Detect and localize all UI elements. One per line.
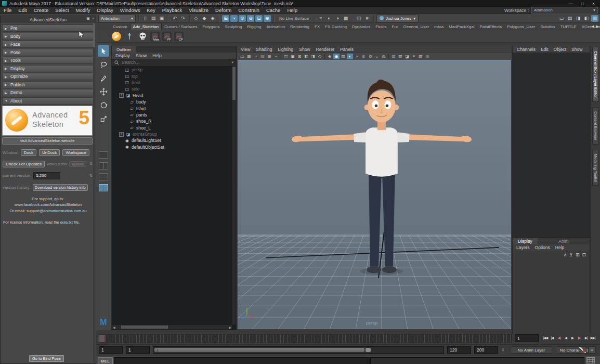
select-object-icon[interactable]: ◆ [201,15,208,22]
outliner-horizontal-scrollbar[interactable]: ◀ ▶ [112,325,232,329]
use-all-lights-icon[interactable]: ◐ [347,54,353,59]
spinner-icon[interactable]: ⇅ [89,162,93,166]
camera-attributes-icon[interactable]: ▦ [246,54,252,59]
shelf-tab-dynamics[interactable]: Dynamics [349,23,373,30]
current-version-field[interactable]: 5.200 [33,172,60,179]
advancedskeleton-scrollbar[interactable] [93,23,95,362]
time-slider[interactable] [98,334,512,343]
gate-mask-icon[interactable]: ⊠ [296,54,303,59]
scroll-right-icon[interactable]: ▶ [228,326,232,329]
menu-help[interactable]: Help [287,7,297,13]
outliner-item-shoe-l[interactable]: ▱shoe_L [112,125,232,131]
shelf-tab-sculpting[interactable]: Sculpting [222,23,244,30]
side-tab-content-browser[interactable]: Content Browser [592,107,599,145]
menu-modify[interactable]: Modify [76,7,90,13]
redo-icon[interactable]: ↷ [179,15,187,22]
outliner-item-extrasgroup[interactable]: +◪extrasGroup [112,131,232,137]
new-scene-icon[interactable]: ▯ [141,15,149,22]
gamma-icon[interactable]: ▧ [418,54,424,59]
anim-layer-dropdown[interactable]: No Anim Layer [511,346,552,354]
layer-from-selected-icon[interactable]: ⊟ [582,252,586,257]
shelf-tab-rendering[interactable]: Rendering [288,23,312,30]
as-section-display[interactable]: ▶Display [2,65,94,72]
range-spinner[interactable]: ▲▼ [501,346,505,354]
bind-pose-cross-shelf-icon[interactable]: † [124,31,135,42]
as-section-optimize[interactable]: ▶Optimize [2,73,94,80]
outliner-menu-show[interactable]: Show [136,53,147,58]
spinner-icon[interactable]: ⇅ [89,174,93,178]
four-pane-layout-button[interactable] [99,184,108,191]
range-slider-bar[interactable]: 1 [154,348,364,352]
command-language-button[interactable]: MEL [98,357,113,364]
go-to-end-button[interactable]: ▶▶| [590,334,596,342]
grease-pencil-icon[interactable]: ~ [273,54,279,59]
outliner-tab[interactable]: Outliner [112,46,136,53]
cp-tool-shelf-icon[interactable]: CP [174,32,184,41]
two-pane-stacked-layout-button[interactable] [99,173,108,180]
shelf-tab-madpackxgal[interactable]: MadPackXgal [446,23,477,30]
channelbox-menu-channels[interactable]: Channels [517,47,536,52]
shelf-tab-animation[interactable]: Animation [264,23,288,30]
as-section-about[interactable]: ▼About [2,97,94,105]
workspace-button[interactable]: Workspace [62,149,89,156]
paint-select-tool-icon[interactable] [98,72,109,84]
layer-menu-options[interactable]: Options [535,245,550,250]
step-forward-key-button[interactable]: |▶ [576,334,582,342]
as-section-tools[interactable]: ▶Tools [2,57,94,64]
viewport-menu-view[interactable]: View [241,47,250,52]
select-camera-icon[interactable]: ▭ [239,54,245,59]
channelbox-menu-show[interactable]: Show [571,47,582,52]
outliner-search[interactable]: Search... ▾ [112,59,236,67]
step-back-key-button[interactable]: ◀| [556,334,562,342]
expand-icon[interactable]: + [119,132,124,137]
expand-icon[interactable]: + [119,93,124,98]
undo-icon[interactable]: ↶ [171,15,178,22]
save-scene-icon[interactable]: ▣ [158,15,165,22]
undock-button[interactable]: UnDock [39,149,60,156]
menu-playback[interactable]: Playback [162,7,182,13]
x-ray-icon[interactable]: ▥ [397,54,403,59]
outliner-vertical-scrollbar[interactable] [232,67,236,324]
symmetry-icon[interactable]: ◫ [355,15,362,22]
outliner-item-defaultlightset[interactable]: ◉defaultLightSet [112,137,232,144]
auto-keyframe-toggle-icon[interactable] [579,346,586,354]
outliner-item-body[interactable]: ▱body [112,99,232,105]
move-layer-down-icon[interactable]: ⊻ [569,252,573,257]
layer-menu-help[interactable]: Help [555,245,564,250]
viewport-menu-shading[interactable]: Shading [256,47,272,52]
bookmark-icon[interactable]: ◔ [253,54,259,59]
menu-deform[interactable]: Deform [215,7,231,13]
panel-close-icon[interactable]: × [92,17,94,21]
attribute-editor-toggle-icon[interactable]: ◨ [575,15,582,22]
viewport-menu-panels[interactable]: Panels [340,47,354,52]
outliner-item-head[interactable]: +◪Head [112,93,232,99]
shelf-tab-general-user[interactable]: General_User [401,23,432,30]
screen-space-ao-icon[interactable]: ⊙ [360,54,367,59]
single-pane-layout-icon[interactable]: ▤ [566,15,573,22]
viewport-canvas[interactable]: persp [238,60,511,329]
as5-logo-shelf-icon[interactable] [111,31,122,42]
move-layer-up-icon[interactable]: ⊼ [564,252,567,257]
menu-select[interactable]: Select [55,7,69,13]
channelbox-menu-object[interactable]: Object [554,47,567,52]
shelf-scroll-right-icon[interactable]: ▶ [596,24,599,29]
menu-create[interactable]: Create [34,7,49,13]
skull-shelf-icon[interactable] [137,31,148,42]
viewport-menu-renderer[interactable]: Renderer [316,47,334,52]
menu-display[interactable]: Display [97,7,113,13]
step-back-frame-button[interactable]: |◀ [549,334,555,342]
outliner-item-front[interactable]: ◫front [112,80,232,86]
shelf-tab-adv-skeleton[interactable]: Adv_Skeleton [130,23,162,30]
menu-windows[interactable]: Windows [120,7,140,13]
render-settings-icon[interactable]: ▦ [342,15,349,22]
channel-box-toggle-icon[interactable]: ▥ [591,15,598,22]
range-slider[interactable]: 1 [153,346,444,354]
move-tool-icon[interactable] [98,86,109,97]
select-tool-icon[interactable] [98,45,109,57]
layer-tab-display[interactable]: Display [513,238,538,244]
snap-curve-icon[interactable]: ~ [230,15,238,22]
range-slider-handle[interactable] [366,348,371,352]
layer-tab-anim[interactable]: Anim [538,238,590,244]
outliner-menu-display[interactable]: Display [115,53,130,58]
snap-point-icon[interactable]: ⊙ [239,15,246,22]
